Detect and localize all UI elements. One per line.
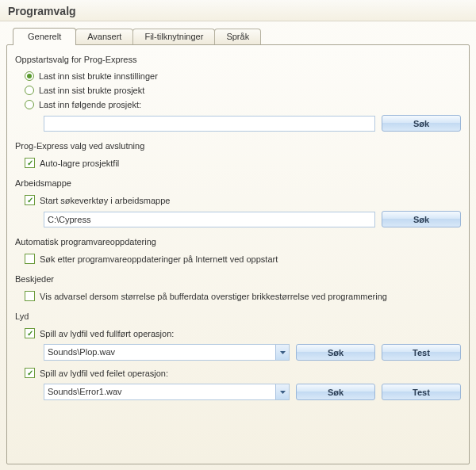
success-sound-row: Sounds\Plop.wav Søk Test: [25, 341, 461, 362]
group-messages-label: Beskjeder: [15, 274, 461, 284]
group-update: Søk etter programvareoppdateringer på In…: [15, 250, 461, 271]
checkbox-start-in-workdir-label: Start søkeverktøy i arbeidsmappe: [40, 196, 170, 205]
radio-last-project-label: Last inn sist brukte prosjekt: [39, 86, 144, 95]
check-row-start-in-workdir[interactable]: Start søkeverktøy i arbeidsmappe: [25, 193, 461, 208]
checkbox-update-label: Søk etter programvareoppdateringer på In…: [40, 254, 278, 264]
tab-sprak[interactable]: Språk: [214, 29, 261, 44]
fail-sound-row: Sounds\Error1.wav Søk Test: [25, 380, 461, 402]
success-sound-combo[interactable]: Sounds\Plop.wav: [44, 344, 290, 361]
success-sound-value: Sounds\Plop.wav: [44, 345, 275, 360]
tab-strip: Generelt Avansert Fil-tilknytninger Språ…: [6, 28, 470, 44]
page-title: Programvalg: [0, 0, 476, 21]
tab-avansert[interactable]: Avansert: [75, 29, 133, 44]
group-startup: Last inn sist brukte innstillinger Last …: [15, 67, 461, 138]
checkbox-autosave-label: Auto-lagre prosjektfil: [40, 159, 119, 168]
workdir-path-row: Søk: [25, 208, 461, 229]
check-row-play-success[interactable]: Spill av lydfil ved fullført operasjon:: [25, 326, 461, 341]
fail-sound-value: Sounds\Error1.wav: [44, 384, 275, 399]
group-workdir-label: Arbeidsmappe: [15, 178, 461, 188]
group-messages: Vis advarsel dersom størrelse på bufferd…: [15, 287, 461, 308]
checkbox-play-success[interactable]: [25, 328, 35, 338]
radio-row-following-project[interactable]: Last inn følgende prosjekt:: [25, 97, 461, 112]
group-update-label: Automatisk programvareoppdatering: [15, 237, 461, 246]
checkbox-update[interactable]: [25, 254, 35, 264]
group-startup-label: Oppstartsvalg for Prog-Express: [15, 55, 461, 64]
group-shutdown-label: Prog-Express valg ved avslutning: [15, 141, 461, 151]
checkbox-warn-buffer-label: Vis advarsel dersom størrelse på bufferd…: [40, 292, 387, 301]
group-shutdown: Auto-lagre prosjektfil: [15, 154, 461, 175]
fail-sound-search-button[interactable]: Søk: [296, 384, 375, 400]
radio-row-last-settings[interactable]: Last inn sist brukte innstillinger: [25, 69, 461, 83]
success-sound-dropdown-button[interactable]: [275, 345, 289, 360]
check-row-warn-buffer[interactable]: Vis advarsel dersom størrelse på bufferd…: [25, 288, 461, 304]
group-sound: Spill av lydfil ved fullført operasjon: …: [15, 324, 461, 407]
project-path-search-button[interactable]: Søk: [382, 115, 461, 132]
success-sound-test-button[interactable]: Test: [382, 344, 461, 361]
tab-generelt[interactable]: Generelt: [13, 28, 76, 45]
checkbox-start-in-workdir[interactable]: [25, 195, 35, 205]
fail-sound-dropdown-button[interactable]: [275, 384, 289, 399]
radio-following-project[interactable]: [25, 100, 34, 109]
project-path-row: Søk: [25, 112, 461, 133]
group-sound-label: Lyd: [15, 311, 461, 321]
checkbox-warn-buffer[interactable]: [25, 291, 35, 301]
workdir-search-button[interactable]: Søk: [382, 211, 461, 227]
radio-row-last-project[interactable]: Last inn sist brukte prosjekt: [25, 83, 461, 97]
check-row-play-fail[interactable]: Spill av lydfil ved feilet operasjon:: [25, 365, 461, 380]
project-path-input[interactable]: [44, 116, 375, 132]
check-row-update[interactable]: Søk etter programvareoppdateringer på In…: [25, 251, 461, 266]
tab-panel-generelt: Oppstartsvalg for Prog-Express Last inn …: [6, 44, 470, 464]
checkbox-play-success-label: Spill av lydfil ved fullført operasjon:: [40, 329, 174, 338]
chevron-down-icon: [280, 351, 286, 354]
checkbox-play-fail[interactable]: [25, 368, 35, 378]
tab-filtilknytninger[interactable]: Fil-tilknytninger: [132, 29, 215, 44]
success-sound-search-button[interactable]: Søk: [296, 344, 375, 361]
chevron-down-icon: [280, 391, 286, 394]
check-row-autosave[interactable]: Auto-lagre prosjektfil: [25, 155, 461, 170]
radio-following-project-label: Last inn følgende prosjekt:: [39, 100, 141, 109]
radio-last-settings[interactable]: [25, 71, 34, 81]
workdir-path-input[interactable]: [44, 212, 375, 227]
tabs-container: Generelt Avansert Fil-tilknytninger Språ…: [0, 21, 476, 464]
checkbox-autosave[interactable]: [25, 158, 35, 168]
radio-last-settings-label: Last inn sist brukte innstillinger: [39, 71, 158, 81]
group-workdir: Start søkeverktøy i arbeidsmappe Søk: [15, 191, 461, 234]
checkbox-play-fail-label: Spill av lydfil ved feilet operasjon:: [40, 369, 168, 378]
fail-sound-test-button[interactable]: Test: [382, 384, 461, 400]
radio-last-project[interactable]: [25, 86, 34, 95]
fail-sound-combo[interactable]: Sounds\Error1.wav: [44, 384, 290, 400]
